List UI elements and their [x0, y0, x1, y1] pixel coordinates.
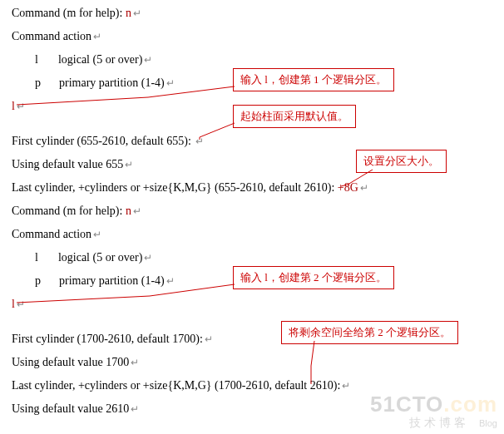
enter-mark: ↵ — [133, 7, 141, 19]
line-firstcyl-1: First cylinder (655-2610, default 655): … — [12, 135, 204, 148]
user-input-8g: +8G — [338, 181, 358, 194]
line-cmd-1: Command (m for help): n↵ — [12, 7, 141, 20]
callout-create-partition-2: 输入 l，创建第 2 个逻辑分区。 — [233, 266, 394, 289]
line-firstcyl-2: First cylinder (1700-2610, default 1700)… — [12, 333, 213, 346]
callout-default-start: 起始柱面采用默认值。 — [233, 105, 356, 128]
line-cmdaction-1: Command action↵ — [12, 30, 101, 43]
line-default1700: Using default value 1700↵ — [12, 356, 139, 369]
line-opt-p-2: pprimary partition (1-4)↵ — [35, 274, 175, 288]
line-l-input-2: l↵ — [12, 298, 25, 311]
line-opt-l-1: llogical (5 or over)↵ — [35, 53, 152, 67]
prompt-text: Command (m for help): — [12, 7, 126, 19]
line-default2610: Using default value 2610↵ — [12, 402, 139, 416]
document-canvas: Command (m for help): n↵ Command action↵… — [0, 0, 504, 434]
line-cmd-2: Command (m for help): n↵ — [12, 205, 141, 218]
callout-remaining-space: 将剩余空间全给第 2 个逻辑分区。 — [281, 321, 458, 344]
callout-create-partition-1: 输入 l，创建第 1 个逻辑分区。 — [233, 68, 394, 91]
watermark: 51CTO.com 技术博客Blog — [370, 392, 497, 429]
line-opt-l-2: llogical (5 or over)↵ — [35, 251, 152, 264]
line-cmdaction-2: Command action↵ — [12, 228, 101, 241]
user-input-n: n — [126, 7, 131, 19]
line-l-input-1: l↵ — [12, 100, 25, 113]
callout-set-size: 设置分区大小。 — [356, 150, 447, 173]
line-opt-p-1: pprimary partition (1-4)↵ — [35, 76, 175, 90]
line-lastcyl-2: Last cylinder, +cylinders or +size{K,M,G… — [12, 379, 350, 392]
line-default655: Using default value 655↵ — [12, 158, 133, 171]
line-lastcyl-1: Last cylinder, +cylinders or +size{K,M,G… — [12, 181, 368, 195]
